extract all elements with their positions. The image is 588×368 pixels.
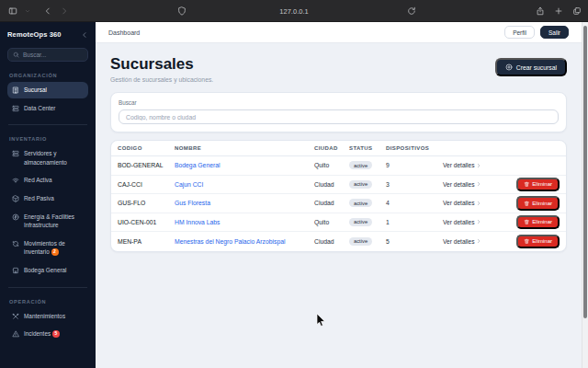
chevron-right-icon xyxy=(476,238,481,244)
address-bar[interactable]: 127.0.0.1 xyxy=(279,0,308,22)
trash-icon xyxy=(524,219,530,225)
branch-city: Ciudad xyxy=(314,181,349,188)
plus-circle-icon xyxy=(505,63,513,71)
column-header-status: STATUS xyxy=(349,145,386,151)
branches-table: CODIGONOMBRECIUDADSTATUSDISPOSITIVOS BOD… xyxy=(110,140,567,252)
delete-cell: Eliminar xyxy=(509,196,560,211)
sidebar-search[interactable] xyxy=(7,48,88,62)
branch-devices-count: 4 xyxy=(386,200,443,206)
sidebar-item-mantenimientos[interactable]: Mantenimientos xyxy=(7,308,88,325)
branch-code: UIO-CEN-001 xyxy=(118,219,175,225)
delete-cell: Eliminar xyxy=(509,235,560,249)
sidebar-toggle-icon[interactable] xyxy=(8,6,17,16)
branch-devices-count: 9 xyxy=(386,162,443,168)
chevron-down-icon[interactable] xyxy=(25,8,30,14)
view-details-link[interactable]: Ver detalles xyxy=(443,238,481,245)
tabs-overview-icon[interactable] xyxy=(572,6,582,16)
branch-name-link[interactable]: Bodega General xyxy=(175,162,314,168)
table-row-caj-cci: CAJ-CCICajun CCICiudadactive3Ver detalle… xyxy=(111,176,566,195)
branch-name-link[interactable]: Cajun CCI xyxy=(175,181,314,188)
forward-icon[interactable] xyxy=(60,6,69,16)
logout-button[interactable]: Salir xyxy=(540,26,569,39)
view-details-link[interactable]: Ver detalles xyxy=(443,200,481,206)
table-row-uio-cen-001: UIO-CEN-001HM Innova LabsQuitoactive1Ver… xyxy=(111,213,566,233)
branch-search-input[interactable] xyxy=(126,114,551,121)
sidebar-item-label: Servidores y almacenamiento xyxy=(24,149,84,167)
sidebar-divider xyxy=(8,124,87,125)
main-area: Dashboard Perfil Salir Sucursales Gestió… xyxy=(96,22,582,368)
delete-cell: Eliminar xyxy=(509,215,560,230)
sidebar-item-red-pasiva[interactable]: Red Pasiva xyxy=(7,190,88,207)
status-badge: active xyxy=(349,218,372,226)
address-url: 127.0.0.1 xyxy=(279,7,308,16)
sidebar-item-incidentes[interactable]: Incidentes 5 xyxy=(7,326,88,342)
view-details-label: Ver detalles xyxy=(443,181,474,188)
sidebar-item-label: Red Activa xyxy=(24,176,84,185)
branch-name-link[interactable]: Gus Floresta xyxy=(175,200,314,206)
status-badge: active xyxy=(349,199,372,207)
reload-icon[interactable] xyxy=(407,6,416,16)
sidebar-item-label: Sucursal xyxy=(24,86,84,95)
back-icon[interactable] xyxy=(43,6,52,16)
delete-branch-button[interactable]: Eliminar xyxy=(516,178,560,192)
sidebar-item-label: Energía & Facilities Infrastructure xyxy=(24,213,84,230)
branch-devices-count: 5 xyxy=(386,238,443,245)
status-badge: active xyxy=(349,180,372,189)
branch-name-link[interactable]: HM Innova Labs xyxy=(175,219,314,225)
page-subtitle: Gestión de sucursales y ubicaciones. xyxy=(110,76,213,83)
chevron-right-icon xyxy=(476,219,481,224)
sidebar-item-energ-a-facilities-infrastructure[interactable]: Energía & Facilities Infrastructure xyxy=(7,209,88,234)
sidebar-item-bodega-general[interactable]: Bodega General xyxy=(7,262,88,279)
delete-button-label: Eliminar xyxy=(532,181,552,187)
branch-code: MEN-PA xyxy=(118,238,175,245)
sidebar-item-data-center[interactable]: Data Center xyxy=(7,100,88,117)
wifi-icon xyxy=(12,177,19,184)
sidebar-item-movimientos-de-inventario[interactable]: Movimientos de inventario 2 xyxy=(7,236,88,260)
share-icon[interactable] xyxy=(536,6,545,16)
profile-button[interactable]: Perfil xyxy=(504,26,535,39)
branch-city: Ciudad xyxy=(314,238,349,245)
delete-cell: Eliminar xyxy=(509,178,560,192)
sidebar-item-servidores-y-almacenamiento[interactable]: Servidores y almacenamiento xyxy=(7,145,88,170)
new-tab-icon[interactable] xyxy=(554,6,563,16)
sidebar-search-input[interactable] xyxy=(23,52,83,58)
app-topbar: Dashboard Perfil Salir xyxy=(96,22,582,43)
sidebar-collapse-icon[interactable] xyxy=(81,31,88,39)
view-details-link[interactable]: Ver detalles xyxy=(443,219,481,225)
status-badge: active xyxy=(349,237,372,246)
tools-icon xyxy=(12,313,19,320)
warning-icon xyxy=(12,330,19,338)
scrollbar-thumb[interactable] xyxy=(583,26,587,318)
sidebar-nav: ORGANIZACIÓNSucursalData CenterINVENTARI… xyxy=(7,73,88,342)
status-badge: active xyxy=(349,161,372,169)
chevron-right-icon xyxy=(476,163,481,168)
building-icon xyxy=(12,86,19,94)
sidebar-section-label: INVENTARIO xyxy=(9,136,86,142)
column-header-dispositivos: DISPOSITIVOS xyxy=(386,145,443,151)
trash-icon xyxy=(524,181,530,188)
trash-icon xyxy=(524,238,530,245)
shield-icon xyxy=(177,6,187,16)
create-branch-button[interactable]: Crear sucursal xyxy=(495,58,567,76)
browser-chrome: 127.0.0.1 xyxy=(0,0,588,22)
view-details-link[interactable]: Ver detalles xyxy=(443,181,481,188)
view-details-label: Ver detalles xyxy=(443,200,474,206)
table-row-gus-flo: GUS-FLOGus FlorestaCiudadactive4Ver deta… xyxy=(111,194,566,213)
sidebar-item-sucursal[interactable]: Sucursal xyxy=(7,82,88,98)
table-body: BOD-GENERALBodega GeneralQuitoactive9Ver… xyxy=(111,156,566,251)
delete-branch-button[interactable]: Eliminar xyxy=(516,196,560,211)
delete-branch-button[interactable]: Eliminar xyxy=(516,215,560,230)
breadcrumb[interactable]: Dashboard xyxy=(108,29,140,36)
sidebar-item-label: Mantenimientos xyxy=(24,312,84,321)
sidebar-item-label: Movimientos de inventario 2 xyxy=(24,239,84,257)
delete-branch-button[interactable]: Eliminar xyxy=(516,235,560,249)
refresh-icon xyxy=(12,240,19,247)
branch-search-field[interactable] xyxy=(119,109,559,124)
branch-name-link[interactable]: Menestras del Negro Palacio Arzobispal xyxy=(175,238,314,245)
branch-code: GUS-FLO xyxy=(118,200,175,206)
column-header-codigo: CODIGO xyxy=(118,145,175,151)
energy-icon xyxy=(12,213,19,221)
notification-badge: 2 xyxy=(51,248,59,256)
sidebar-item-red-activa[interactable]: Red Activa xyxy=(7,172,88,189)
view-details-link[interactable]: Ver detalles xyxy=(443,162,481,168)
